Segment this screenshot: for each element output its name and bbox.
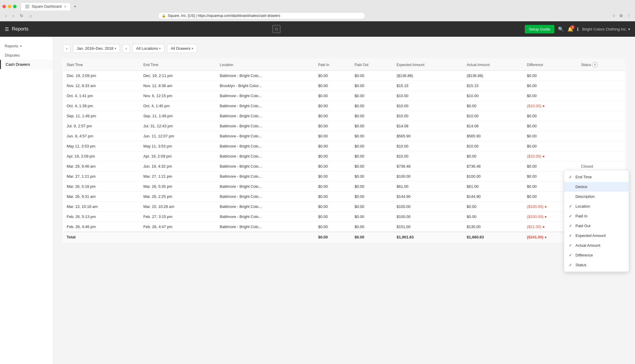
drawer-filter[interactable]: All Drawers ▾ [167, 44, 197, 53]
table-row[interactable]: Mar. 29, 9:46 am Jun. 19, 4:32 pm Baltim… [63, 161, 626, 171]
table-header-row: Start Time End Time Location Paid In Pai… [63, 59, 626, 71]
table-row[interactable]: Jul. 9, 2:57 pm Jul. 31, 12:43 pm Baltim… [63, 121, 626, 131]
table-row[interactable]: Mar. 26, 5:18 pm Mar. 26, 5:35 pm Baltim… [63, 182, 626, 192]
sidebar-item-reports-label: Reports [5, 44, 18, 48]
info-icon[interactable]: ℹ [577, 26, 579, 32]
new-tab-button[interactable]: + [72, 3, 78, 10]
sidebar-item-cash-drawers-label: Cash Drawers [6, 62, 30, 67]
dropdown-item-status[interactable]: ✓Status [564, 260, 629, 270]
table-row[interactable]: Apr. 19, 2:09 pm Apr. 19, 2:09 pm Baltim… [63, 151, 626, 161]
date-range-caret: ▾ [115, 47, 116, 50]
sidebar-item-disputes[interactable]: Disputes [0, 51, 53, 60]
home-button[interactable]: ⌂ [28, 13, 33, 19]
url-text: Square, Inc. [US] | https://squareup.com… [168, 14, 280, 18]
maximize-traffic-light[interactable] [13, 5, 17, 8]
lock-icon: 🔒 [162, 14, 166, 18]
dropdown-item-description[interactable]: Description [564, 192, 629, 201]
filters-bar: ‹ Jan. 2018–Dec. 2018 ▾ › All Locations … [63, 44, 626, 53]
extensions-btn[interactable]: ⚙ [619, 13, 624, 19]
table-row[interactable]: Mar. 27, 1:21 pm Mar. 27, 1:21 pm Baltim… [63, 171, 626, 182]
user-menu-caret: ▾ [628, 27, 630, 31]
col-difference: Difference [523, 59, 578, 71]
dropdown-item-difference[interactable]: ✓Difference [564, 250, 629, 260]
dropdown-item-device[interactable]: Device [564, 182, 629, 192]
bookmark-btn[interactable]: ☆ [611, 13, 616, 19]
traffic-lights [2, 5, 17, 8]
dropdown-item-paid-out[interactable]: ✓Paid Out [564, 221, 629, 231]
add-column-button[interactable]: + [592, 62, 598, 68]
total-row: Total $0.00 $0.00 $1,901.63 $1,660.63 ($… [63, 232, 626, 242]
browser-chrome: Square Dashboard ✕ + ‹ › ↻ ⌂ 🔒 Square, I… [0, 0, 635, 21]
tab-close-btn[interactable]: ✕ [64, 5, 66, 8]
header-right: Setup Guide 🔍 🔔 1 ℹ Bright Colors Clothi… [525, 25, 630, 33]
hamburger-menu[interactable]: ☰ [5, 26, 9, 32]
forward-button[interactable]: › [11, 13, 16, 19]
url-bar[interactable]: 🔒 Square, Inc. [US] | https://squareup.c… [158, 12, 365, 19]
check-icon: ✓ [569, 243, 573, 248]
col-expected-amount: Expected Amount [393, 59, 463, 71]
check-icon: ✓ [569, 224, 573, 228]
location-filter[interactable]: All Locations ▾ [132, 44, 165, 53]
cash-drawers-table: Start Time End Time Location Paid In Pai… [63, 59, 626, 242]
search-icon[interactable]: 🔍 [558, 26, 564, 32]
browser-tab[interactable]: Square Dashboard ✕ [21, 2, 71, 10]
close-traffic-light[interactable] [2, 5, 6, 8]
table-row[interactable]: Feb. 26, 5:13 pm Feb. 27, 3:15 pm Baltim… [63, 212, 626, 222]
main-layout: Reports ▾ Disputes Cash Drawers ‹ Jan. 2… [0, 37, 635, 364]
table-row[interactable]: Sep. 11, 1:49 pm Sep. 11, 1:49 pm Baltim… [63, 111, 626, 121]
prev-date-button[interactable]: ‹ [63, 44, 71, 53]
date-range-label: Jan. 2018–Dec. 2018 [77, 46, 113, 51]
notification-icon[interactable]: 🔔 1 [567, 26, 573, 32]
col-end-time: End Time [140, 59, 216, 71]
dropdown-item-actual-amount[interactable]: ✓Actual Amount [564, 240, 629, 250]
check-icon: ✓ [569, 204, 573, 209]
dropdown-item-end-time[interactable]: ✓End Time [564, 172, 629, 182]
table-row[interactable]: Mar. 13, 10:18 am Mar. 15, 10:28 am Balt… [63, 202, 626, 212]
total-paid-in: $0.00 [315, 232, 351, 242]
app-header: ☰ Reports □ Setup Guide 🔍 🔔 1 ℹ Bright C… [0, 21, 635, 37]
column-dropdown: ✓End TimeDeviceDescription✓Location✓Paid… [564, 170, 629, 272]
date-range-filter[interactable]: Jan. 2018–Dec. 2018 ▾ [73, 44, 120, 53]
table-row[interactable]: Mar. 26, 9:31 am Mar. 26, 2:25 pm Baltim… [63, 192, 626, 202]
col-paid-out: Paid Out [351, 59, 393, 71]
tab-title: Square Dashboard [32, 4, 62, 9]
dropdown-item-paid-in[interactable]: ✓Paid In [564, 211, 629, 221]
sidebar-item-cash-drawers[interactable]: Cash Drawers [0, 60, 53, 69]
table-row[interactable]: Feb. 26, 4:46 pm Feb. 26, 4:47 pm Baltim… [63, 222, 626, 232]
table-row[interactable]: Dec. 19, 2:09 pm Dec. 19, 2:11 pm Baltim… [63, 71, 626, 81]
sidebar: Reports ▾ Disputes Cash Drawers [0, 37, 53, 364]
col-status: Status + [578, 59, 625, 71]
back-button[interactable]: ‹ [4, 13, 9, 19]
reload-button[interactable]: ↻ [18, 13, 25, 19]
check-icon: ✓ [569, 175, 573, 179]
content-area: ‹ Jan. 2018–Dec. 2018 ▾ › All Locations … [53, 37, 635, 364]
drawer-filter-label: All Drawers [171, 46, 190, 51]
table-row[interactable]: Nov. 12, 8:33 am Nov. 12, 8:36 am Brookl… [63, 81, 626, 91]
col-paid-in: Paid In [315, 59, 351, 71]
next-date-button[interactable]: › [122, 44, 130, 53]
table-row[interactable]: Jun. 8, 4:57 pm Jun. 11, 12:07 pm Baltim… [63, 131, 626, 141]
col-actual-amount: Actual Amount [463, 59, 523, 71]
minimize-traffic-light[interactable] [8, 5, 11, 8]
sidebar-item-reports[interactable]: Reports ▾ [0, 41, 53, 51]
menu-btn[interactable]: ⋮ [626, 13, 631, 19]
table-row[interactable]: May 11, 3:53 pm May 11, 3:53 pm Baltimor… [63, 141, 626, 151]
total-expected-amount: $1,901.63 [393, 232, 463, 242]
location-filter-label: All Locations [136, 46, 158, 51]
table-body: Dec. 19, 2:09 pm Dec. 19, 2:11 pm Baltim… [63, 71, 626, 232]
user-menu[interactable]: Bright Colors Clothing Inc. ▾ [582, 27, 630, 31]
check-icon: ✓ [569, 233, 573, 238]
address-bar-row: ‹ › ↻ ⌂ 🔒 Square, Inc. [US] | https://sq… [0, 10, 635, 21]
user-name: Bright Colors Clothing Inc. [582, 27, 627, 31]
setup-guide-button[interactable]: Setup Guide [525, 25, 554, 33]
table-row[interactable]: Oct. 4, 1:39 pm Oct. 4, 1:40 pm Baltimor… [63, 101, 626, 111]
table-row[interactable]: Oct. 4, 1:41 pm Nov. 6, 12:15 pm Baltimo… [63, 91, 626, 101]
dropdown-item-expected-amount[interactable]: ✓Expected Amount [564, 231, 629, 240]
reports-caret: ▾ [20, 44, 22, 48]
total-paid-out: $0.00 [351, 232, 393, 242]
header-center: □ [28, 25, 525, 33]
dropdown-item-location[interactable]: ✓Location [564, 201, 629, 211]
tab-favicon [25, 4, 29, 9]
drawer-filter-caret: ▾ [192, 47, 193, 50]
browser-action-buttons: ☆ ⚙ ⋮ [611, 13, 631, 19]
